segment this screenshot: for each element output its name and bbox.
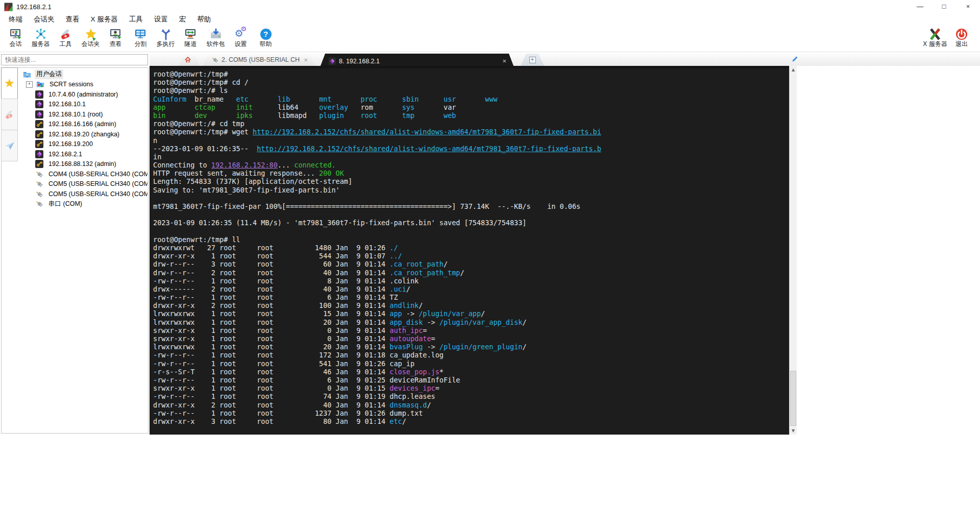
gem-icon: [35, 90, 43, 99]
tab-com5[interactable]: 2. COM5 (USB-SERIAL CH340 (COM5×: [203, 54, 315, 66]
toolbar-sessions-folder-button-label: 会话夹: [82, 41, 100, 47]
toolbar-view-button-label: 查看: [110, 41, 122, 47]
tab-home[interactable]: [179, 54, 200, 66]
tree-item-192-168-19-20[interactable]: 192.168.19.20 (zhangka): [20, 129, 148, 139]
terminal[interactable]: root@Openwrt:/tmp#root@Openwrt:/tmp# cd …: [150, 68, 789, 435]
toolbar-session-button[interactable]: 会话: [3, 28, 28, 47]
menu-macros[interactable]: 宏: [174, 14, 192, 25]
tab-close-icon[interactable]: ×: [498, 57, 506, 65]
terminal-line: root@Openwrt:/# ls: [153, 86, 789, 94]
toolbar-view-button[interactable]: 查看: [103, 28, 128, 47]
rail-sessions-button[interactable]: ★: [1, 67, 18, 99]
toolbar-sessions-folder-button[interactable]: 会话夹: [78, 28, 103, 47]
tools-knife-icon: [59, 28, 72, 41]
tree-item-label: 串口 (COM): [47, 199, 84, 209]
toolbar-tunnel-button[interactable]: 隧道: [178, 28, 203, 47]
terminal-line: root@Openwrt:/tmp# cd /: [153, 78, 789, 86]
close-button[interactable]: ×: [956, 0, 980, 13]
toolbar-servers-button[interactable]: 服务器: [28, 28, 53, 47]
tree-item-scrt-sessions[interactable]: +SCRT sessions: [20, 80, 148, 90]
terminal-line: lrwxrwxrwx 1 root root 15 Jan 9 01:14 ap…: [153, 309, 789, 318]
minimize-button[interactable]: —: [908, 0, 932, 13]
terminal-scrollbar[interactable]: ▲ ▼: [789, 66, 797, 435]
toolbar-tunnel-button-label: 隧道: [185, 41, 197, 47]
tree-item-192-168-10-1-root[interactable]: 192.168.10.1 (root): [20, 109, 148, 119]
scrollbar-down-arrow[interactable]: ▼: [790, 427, 797, 435]
tree-item-com4[interactable]: COM4 (USB-SERIAL CH340 (COM4)): [20, 169, 148, 179]
toolbar-settings-button-label: 设置: [235, 41, 247, 47]
scrollbar-thumb[interactable]: [790, 371, 796, 426]
title-bar: 192.168.2.1 —□×: [0, 0, 980, 13]
terminal-line: lrwxrwxrwx 1 root root 20 Jan 9 01:14 ap…: [153, 318, 789, 326]
split-screen-icon: [134, 28, 148, 41]
toolbar-tools-button[interactable]: 工具: [53, 28, 78, 47]
plug-icon: [35, 200, 43, 208]
menu-tools[interactable]: 工具: [124, 14, 149, 25]
terminal-line: drwxrwxrwt 27 root root 1480 Jan 9 01:26…: [153, 244, 789, 252]
terminal-line: root@Openwrt:/tmp# wget http://192.168.2…: [153, 128, 789, 136]
terminal-line: root@Openwrt:/tmp# ll: [153, 235, 789, 244]
tree-item-com5-1[interactable]: COM5 (USB-SERIAL CH340 (COM5)) (1): [20, 189, 148, 199]
mobaxterm-window: 192.168.2.1 —□× 终端会话夹查看X 服务器工具设置宏帮助 会话服务…: [0, 0, 980, 526]
tree-item-192-168-88-132[interactable]: 192.168.88.132 (admin): [20, 159, 148, 170]
scrt-folder-icon: [36, 80, 44, 88]
menu-sessions[interactable]: 会话夹: [28, 14, 60, 25]
sessions-panel: ★ 用户会话+SCRT sessions10.7.4.60 (administr…: [1, 67, 149, 434]
quick-connect-input[interactable]: [1, 54, 148, 65]
toolbar-xserver-button[interactable]: X 服务器: [922, 28, 948, 47]
toolbar-split-button[interactable]: 分割: [128, 28, 153, 47]
tree-item-192-168-19-200[interactable]: 192.168.19.200: [20, 139, 148, 150]
terminal-line: CuInform br_name etc lib mnt proc sbin u…: [153, 95, 789, 103]
toolbar-packages-button[interactable]: 软件包: [203, 28, 228, 47]
toolbar-multiexec-button[interactable]: 多执行: [153, 28, 178, 47]
menu-view[interactable]: 查看: [60, 14, 85, 25]
terminal-line: -rw-r--r-- 1 root root 74 Jan 9 01:19 dh…: [153, 392, 789, 400]
menu-terminal[interactable]: 终端: [3, 14, 28, 25]
plug-icon: [35, 180, 43, 188]
sessions-star-icon: [84, 28, 97, 41]
toolbar-tools-button-label: 工具: [60, 41, 72, 47]
tree-item-192-168-16-166[interactable]: 192.168.16.166 (admin): [20, 119, 148, 130]
toolbar-xserver-button-label: X 服务器: [923, 41, 947, 47]
settings-gear-icon: ⚙⚙: [234, 28, 248, 41]
edit-pencil-icon[interactable]: [791, 55, 799, 63]
tree-item-serial-com[interactable]: 串口 (COM): [20, 199, 148, 209]
home-icon: [184, 56, 191, 63]
new-tab-button[interactable]: +: [521, 54, 544, 66]
plug-icon: [35, 170, 43, 178]
toolbar-help-button[interactable]: ?帮助: [253, 28, 278, 47]
toolbar-settings-button[interactable]: ⚙⚙设置: [228, 28, 253, 47]
tab-close-icon[interactable]: ×: [300, 56, 308, 64]
package-icon: [209, 28, 223, 41]
terminal-line: HTTP request sent, awaiting response... …: [153, 169, 789, 177]
terminal-line: drwxr-xr-x 1 root root 544 Jan 9 01:07 .…: [153, 252, 789, 260]
toolbar-split-button-label: 分割: [135, 41, 147, 47]
window-title: 192.168.2.1: [16, 3, 52, 11]
tree-item-10-7-4-60[interactable]: 10.7.4.60 (administrator): [20, 89, 148, 100]
tree-item-label: 192.168.10.1 (root): [47, 110, 104, 118]
menu-xserver[interactable]: X 服务器: [85, 14, 124, 25]
terminal-line: -rw-r--r-- 1 root root 172 Jan 9 01:18 c…: [153, 351, 789, 359]
terminal-line: drwx------ 2 root root 40 Jan 9 01:14 .u…: [153, 285, 789, 293]
menu-help[interactable]: 帮助: [191, 14, 216, 25]
terminal-line: srwxr-xr-x 1 root root 0 Jan 9 01:14 aut…: [153, 334, 789, 343]
rail-tools-button[interactable]: [1, 99, 18, 130]
tree-item-label: SCRT sessions: [48, 80, 95, 88]
tree-item-com5[interactable]: COM5 (USB-SERIAL CH340 (COM5)): [20, 179, 148, 189]
tree-item-label: 192.168.19.200: [47, 140, 94, 148]
window-controls: —□×: [908, 0, 980, 13]
tree-item-192-168-10-1[interactable]: 192.168.10.1: [20, 100, 148, 110]
menu-settings[interactable]: 设置: [149, 14, 174, 25]
terminal-line: srwxr-xr-x 1 root root 0 Jan 9 01:14 aut…: [153, 326, 789, 334]
tree-item-user-sessions[interactable]: 用户会话: [20, 69, 148, 80]
tree-item-192-168-2-1[interactable]: 192.168.2.1: [20, 149, 148, 159]
tree-item-label: 192.168.88.132 (admin): [47, 160, 118, 168]
terminal-line: srwxr-xr-x 1 root root 0 Jan 9 01:15 dev…: [153, 384, 789, 392]
scrollbar-up-arrow[interactable]: ▲: [790, 66, 797, 74]
rail-macros-button[interactable]: [1, 130, 18, 161]
tree-expander-icon[interactable]: +: [26, 81, 33, 88]
sidebar: ★ 用户会话+SCRT sessions10.7.4.60 (administr…: [0, 52, 150, 526]
maximize-button[interactable]: □: [932, 0, 956, 13]
key-icon: [35, 140, 43, 148]
toolbar-exit-button[interactable]: 退出: [948, 28, 975, 47]
